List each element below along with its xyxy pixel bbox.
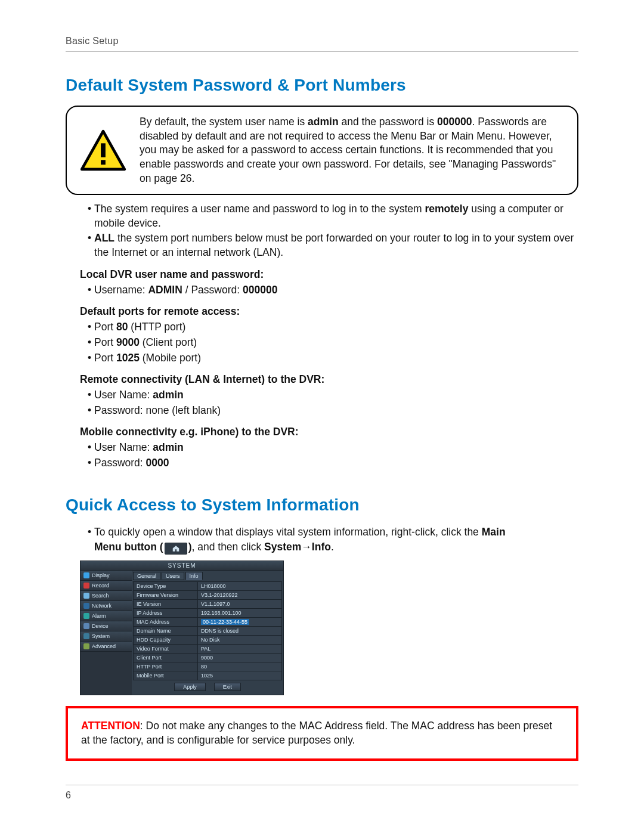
sidebar-icon	[83, 572, 89, 578]
port-client: Port 9000 (Client port)	[94, 336, 578, 350]
info-value: 00-11-22-33-44-55	[198, 618, 282, 627]
info-value: DDNS is closed	[198, 627, 282, 636]
sidebar-item-device[interactable]: Device	[80, 621, 132, 631]
remote-user: User Name: admin	[94, 388, 578, 402]
quick-bullets: To quickly open a window that displays v…	[66, 525, 578, 555]
ports-list: Port 80 (HTTP port) Port 9000 (Client po…	[66, 320, 578, 365]
quick-instruction: To quickly open a window that displays v…	[94, 525, 578, 555]
sidebar-item-label: Network	[92, 603, 112, 609]
subhead-ports: Default ports for remote access:	[80, 305, 578, 318]
page: Basic Setup Default System Password & Po…	[0, 0, 644, 833]
sidebar-item-network[interactable]: Network	[80, 601, 132, 611]
warning-callout: By default, the system user name is admi…	[66, 106, 578, 195]
info-key: Device Type	[134, 582, 198, 591]
header-rule	[66, 51, 578, 52]
tab-users[interactable]: Users	[162, 572, 184, 580]
heading-quick-access: Quick Access to System Information	[66, 496, 578, 515]
info-key: IE Version	[134, 600, 198, 609]
sidebar-item-alarm[interactable]: Alarm	[80, 611, 132, 621]
sidebar-item-display[interactable]: Display	[80, 571, 132, 581]
sidebar-icon	[83, 593, 89, 599]
table-row: IE VersionV1.1.1097.0	[134, 600, 282, 609]
sidebar-item-label: Advanced	[92, 643, 116, 649]
sidebar-item-search[interactable]: Search	[80, 591, 132, 601]
attention-box: ATTENTION: Do not make any changes to th…	[66, 706, 578, 760]
attention-lead: ATTENTION	[81, 720, 140, 732]
sidebar-item-label: System	[92, 633, 110, 639]
table-row: IP Address192.168.001.100	[134, 609, 282, 618]
sidebar-item-advanced[interactable]: Advanced	[80, 642, 132, 652]
info-value: 1025	[198, 671, 282, 680]
svg-rect-2	[101, 160, 106, 165]
apply-button[interactable]: Apply	[174, 683, 206, 691]
info-key: HDD Capacity	[134, 636, 198, 645]
info-key: MAC Address	[134, 618, 198, 627]
bullet-remote-login: The system requires a user name and pass…	[94, 202, 578, 230]
info-value: 192.168.001.100	[198, 609, 282, 618]
tab-info[interactable]: Info	[185, 572, 203, 580]
sidebar-item-label: Alarm	[92, 613, 106, 619]
system-tabs: GeneralUsersInfo	[133, 572, 282, 580]
mobile-list: User Name: admin Password: 0000	[66, 441, 578, 470]
system-panel: SYSTEM DisplayRecordSearchNetworkAlarmDe…	[80, 561, 284, 695]
remote-pass: Password: none (left blank)	[94, 404, 578, 418]
info-key: IP Address	[134, 609, 198, 618]
table-row: Client Port9000	[134, 654, 282, 662]
info-value: V3.1-20120922	[198, 591, 282, 600]
sidebar-item-label: Device	[92, 623, 109, 629]
sidebar-icon	[83, 613, 89, 619]
sidebar-item-system[interactable]: System	[80, 631, 132, 642]
sidebar-item-record[interactable]: Record	[80, 581, 132, 591]
top-bullets: The system requires a user name and pass…	[66, 202, 578, 260]
subhead-mobile: Mobile connectivity e.g. iPhone) to the …	[80, 426, 578, 438]
table-row: Mobile Port1025	[134, 671, 282, 680]
table-row: Firmware VersionV3.1-20120922	[134, 591, 282, 600]
sidebar-icon	[83, 583, 89, 589]
table-row: Video FormatPAL	[134, 645, 282, 654]
info-value: PAL	[198, 645, 282, 654]
info-value: No Disk	[198, 636, 282, 645]
sidebar-item-label: Display	[92, 572, 110, 578]
header-section-label: Basic Setup	[66, 36, 578, 47]
system-info-table: Device TypeLH018000Firmware VersionV3.1-…	[133, 581, 282, 680]
page-number: 6	[66, 790, 578, 801]
info-value: LH018000	[198, 582, 282, 591]
sidebar-item-label: Search	[92, 593, 109, 599]
local-list: Username: ADMIN / Password: 000000	[66, 283, 578, 298]
table-row: Device TypeLH018000	[134, 582, 282, 591]
heading-default-password: Default System Password & Port Numbers	[66, 76, 578, 95]
remote-list: User Name: admin Password: none (left bl…	[66, 388, 578, 417]
main-menu-icon	[165, 543, 187, 555]
sidebar-icon	[83, 643, 89, 649]
exit-button[interactable]: Exit	[214, 683, 241, 691]
system-main: GeneralUsersInfo Device TypeLH018000Firm…	[132, 571, 283, 695]
table-row: HDD CapacityNo Disk	[134, 636, 282, 645]
info-key: Video Format	[134, 645, 198, 654]
footer-rule	[66, 785, 578, 785]
table-row: MAC Address00-11-22-33-44-55	[134, 618, 282, 627]
sidebar-icon	[83, 633, 89, 639]
table-row: Domain NameDDNS is closed	[134, 627, 282, 636]
port-http: Port 80 (HTTP port)	[94, 320, 578, 335]
mobile-user: User Name: admin	[94, 441, 578, 455]
sidebar-icon	[83, 623, 89, 629]
system-buttons: Apply Exit	[133, 680, 282, 693]
info-value: V1.1.1097.0	[198, 600, 282, 609]
port-mobile: Port 1025 (Mobile port)	[94, 351, 578, 366]
info-key: Client Port	[134, 654, 198, 662]
bullet-port-forward: ALL the system port numbers below must b…	[94, 231, 578, 259]
local-creds: Username: ADMIN / Password: 000000	[94, 283, 578, 298]
info-key: Firmware Version	[134, 591, 198, 600]
subhead-local: Local DVR user name and password:	[80, 268, 578, 281]
system-panel-title: SYSTEM	[80, 561, 283, 571]
mobile-pass: Password: 0000	[94, 456, 578, 470]
info-key: Domain Name	[134, 627, 198, 636]
info-key: Mobile Port	[134, 671, 198, 680]
info-key: HTTP Port	[134, 662, 198, 671]
tab-general[interactable]: General	[133, 572, 160, 580]
sidebar-item-label: Record	[92, 583, 109, 589]
warning-icon	[80, 129, 126, 171]
sidebar-icon	[83, 603, 89, 609]
svg-rect-1	[101, 143, 106, 157]
warning-text: By default, the system user name is admi…	[140, 115, 564, 185]
